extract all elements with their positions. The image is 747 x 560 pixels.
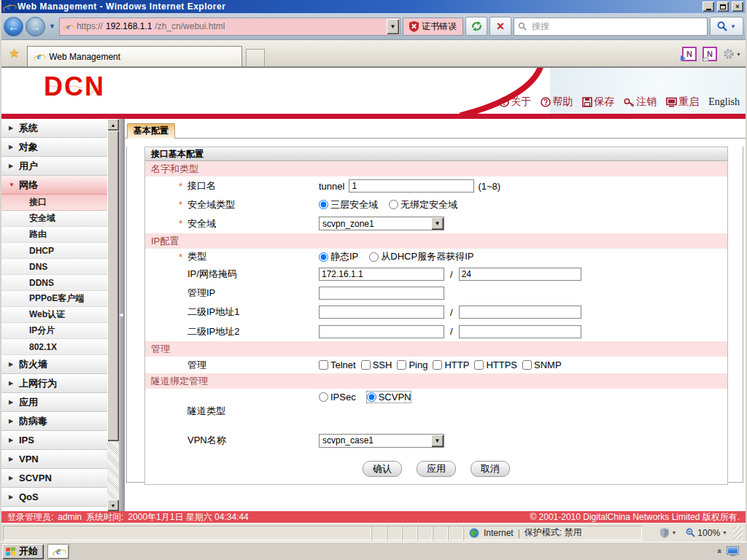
onenote-linked-icon[interactable]: N <box>703 47 717 61</box>
sidebar-item-web-behavior[interactable]: ▶上网行为 <box>1 374 107 393</box>
sidebar-item-firewall[interactable]: ▶防火墙 <box>1 355 107 374</box>
sidebar-item-qos[interactable]: ▶QoS <box>1 488 107 507</box>
tools-caret: ▼ <box>736 52 741 57</box>
status-pane <box>417 526 433 540</box>
sidebar-item-application[interactable]: ▶应用 <box>1 393 107 412</box>
save-link[interactable]: 保存 <box>582 96 614 109</box>
start-button[interactable]: 开始 <box>2 544 44 559</box>
search-go-button[interactable]: ▼ <box>710 17 743 36</box>
radio-label: SCVPN <box>379 392 411 402</box>
tools-button[interactable]: ▼ <box>723 48 741 60</box>
about-link[interactable]: 关于 <box>499 96 531 109</box>
scroll-down-button[interactable]: ▼ <box>107 499 119 511</box>
interface-name-input[interactable] <box>349 179 474 192</box>
ip-address-input[interactable] <box>319 268 444 281</box>
search-options-caret[interactable]: ▼ <box>730 23 736 30</box>
help-link[interactable]: 帮助 <box>541 96 573 109</box>
zone-select[interactable]: scvpn_zone1 ▼ <box>319 217 444 230</box>
tab-web-management[interactable]: e Web Management <box>27 46 242 66</box>
confirm-button[interactable]: 确认 <box>363 461 402 477</box>
refresh-button[interactable] <box>465 17 487 36</box>
radio-static-ip[interactable] <box>319 252 328 262</box>
tab-basic-config[interactable]: 基本配置 <box>127 123 175 139</box>
copyright: © 2001-2010 DigitalChina Networks Limite… <box>530 511 740 523</box>
sidebar-item-interface[interactable]: 接口 <box>1 195 107 211</box>
required-mark: * <box>179 181 187 192</box>
checkbox-snmp[interactable] <box>522 360 532 370</box>
panel-splitter[interactable]: ◀ <box>119 119 125 511</box>
select-dropdown-button[interactable]: ▼ <box>431 435 444 447</box>
checkbox-ping[interactable] <box>397 360 406 370</box>
search-input[interactable] <box>530 20 703 32</box>
favorites-star-icon[interactable]: ★ <box>9 46 20 61</box>
zoom-control[interactable]: 100% ▼ <box>682 526 731 540</box>
sidebar-item-security-zone[interactable]: 安全域 <box>1 211 107 227</box>
sidebar-scrollbar[interactable]: ▲ ▼ <box>107 119 119 511</box>
address-bar[interactable]: e https://192.168.1.1/zh_cn/webui.html ▼ <box>59 18 400 36</box>
vpn-name-select[interactable]: scvpn_case1 ▼ <box>319 434 444 448</box>
sidebar-item-objects[interactable]: ▶对象 <box>1 138 107 157</box>
apply-button[interactable]: 应用 <box>417 461 456 477</box>
radio-ipsec[interactable] <box>319 392 328 402</box>
scrollbar-thumb[interactable] <box>107 131 119 441</box>
scroll-up-button[interactable]: ▲ <box>107 119 119 131</box>
sidebar-item-8021x[interactable]: 802.1X <box>1 339 107 355</box>
certificate-error-button[interactable]: 证书错误 <box>403 18 463 36</box>
scrollbar-track[interactable] <box>107 441 119 499</box>
tray-chevron-icon[interactable]: « <box>716 549 724 553</box>
address-dropdown-button[interactable]: ▼ <box>387 19 399 34</box>
sidebar-item-web-auth[interactable]: Web认证 <box>1 307 107 323</box>
protected-mode-label: 保护模式: 禁用 <box>525 526 582 539</box>
sidebar-item-system[interactable]: ▶系统 <box>1 119 107 138</box>
reboot-link[interactable]: 重启 <box>666 96 699 109</box>
history-dropdown[interactable]: ▼ <box>47 23 57 30</box>
onenote-send-icon[interactable]: N <box>682 47 697 61</box>
stop-button[interactable]: × <box>489 17 511 36</box>
secondary-mask1-input[interactable] <box>459 306 581 319</box>
sidebar-item-dns[interactable]: DNS <box>1 259 107 275</box>
security-report-button[interactable]: ▼ <box>657 526 680 540</box>
restore-button[interactable] <box>717 1 729 12</box>
resize-grip[interactable] <box>733 526 743 540</box>
radio-l3-zone[interactable] <box>319 200 328 209</box>
close-icon: × <box>735 3 739 10</box>
sidebar-item-ips[interactable]: ▶IPS <box>1 431 107 450</box>
checkbox-ssh[interactable] <box>361 360 371 370</box>
checkbox-https[interactable] <box>474 360 484 370</box>
sidebar-item-dhcp[interactable]: DHCP <box>1 243 107 259</box>
sidebar-item-scvpn[interactable]: ▶SCVPN <box>1 469 107 488</box>
checkbox-telnet[interactable] <box>319 360 328 370</box>
secondary-mask2-input[interactable] <box>459 325 581 338</box>
minimize-button[interactable] <box>703 1 714 12</box>
new-tab-button[interactable] <box>246 49 265 66</box>
back-button[interactable]: ← <box>4 17 23 36</box>
radio-dhcp-ip[interactable] <box>369 252 379 262</box>
select-dropdown-button[interactable]: ▼ <box>431 217 444 230</box>
tab-ie-icon: e <box>34 52 44 61</box>
radio-scvpn[interactable] <box>367 392 376 402</box>
sidebar-item-network[interactable]: ▼网络 <box>1 176 107 195</box>
sidebar-item-routing[interactable]: 路由 <box>1 227 107 243</box>
sidebar-item-antivirus[interactable]: ▶防病毒 <box>1 412 107 431</box>
sidebar-item-users[interactable]: ▶用户 <box>1 157 107 176</box>
forward-button[interactable]: → <box>26 17 45 36</box>
secondary-ip1-input[interactable] <box>319 306 444 319</box>
language-link[interactable]: English <box>708 96 740 108</box>
zone-select-value: scvpn_zone1 <box>322 219 374 229</box>
netmask-input[interactable] <box>459 268 581 281</box>
taskbar-ie-button[interactable]: e <box>47 544 69 559</box>
checkbox-label: SSH <box>373 359 392 370</box>
secondary-ip2-input[interactable] <box>319 325 444 338</box>
sidebar-item-vpn[interactable]: ▶VPN <box>1 450 107 469</box>
sidebar-item-ip-fragment[interactable]: IP分片 <box>1 323 107 339</box>
checkbox-http[interactable] <box>433 360 442 370</box>
cancel-button[interactable]: 取消 <box>471 461 510 477</box>
radio-no-zone[interactable] <box>389 200 398 209</box>
logout-link[interactable]: 注销 <box>624 96 657 109</box>
sidebar-item-pppoe[interactable]: PPPoE客户端 <box>1 291 107 307</box>
close-button[interactable]: × <box>732 1 743 12</box>
tray-display-icon[interactable] <box>727 546 739 556</box>
sidebar-label: 网络 <box>19 179 38 192</box>
sidebar-item-ddns[interactable]: DDNS <box>1 275 107 291</box>
mgmt-ip-input[interactable] <box>319 287 444 300</box>
